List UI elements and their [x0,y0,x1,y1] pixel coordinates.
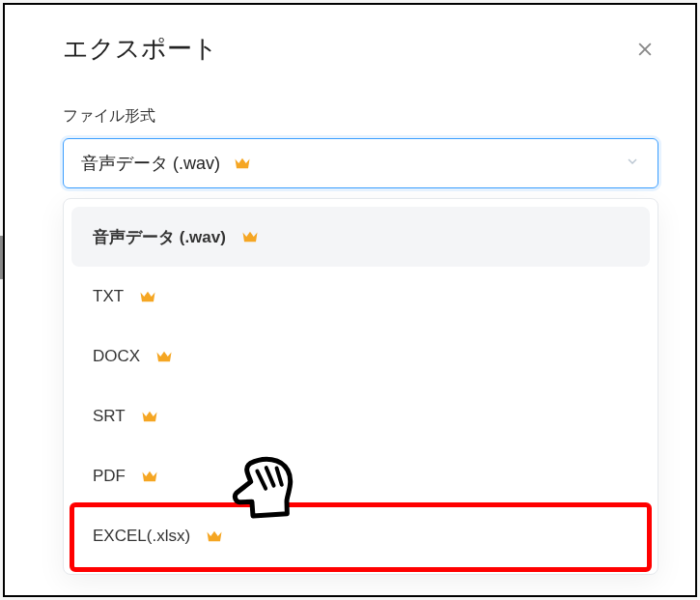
file-format-label: ファイル形式 [63,106,658,127]
export-modal: エクスポート ファイル形式 音声データ (.wav) 音声データ (.wav) [26,5,695,595]
crown-icon [139,290,156,303]
dropdown-option-wav[interactable]: 音声データ (.wav) [71,207,650,267]
option-label: EXCEL(.xlsx) [93,527,190,546]
crown-icon [141,470,158,483]
crown-icon [241,230,259,243]
cursor-annotation [221,442,314,534]
select-value: 音声データ (.wav) [81,152,220,175]
dropdown-option-txt[interactable]: TXT [71,267,650,327]
close-button[interactable] [631,36,658,63]
crown-icon [155,350,173,363]
modal-header: エクスポート [63,32,658,66]
modal-title: エクスポート [63,32,218,66]
crown-icon [141,410,158,423]
option-label: TXT [93,287,124,306]
file-format-dropdown: 音声データ (.wav) TXT DOCX SRT PDF EXCEL(.xls [63,198,658,575]
option-label: DOCX [93,347,140,366]
dropdown-option-excel[interactable]: EXCEL(.xlsx) [71,506,650,566]
crown-icon [234,157,251,170]
chevron-down-icon [625,154,640,173]
option-label: PDF [93,467,126,486]
file-format-select[interactable]: 音声データ (.wav) [63,138,658,188]
option-label: SRT [93,407,126,426]
dropdown-option-srt[interactable]: SRT [71,386,650,446]
option-label: 音声データ (.wav) [93,226,226,248]
dropdown-option-pdf[interactable]: PDF [71,446,650,506]
close-icon [635,40,655,59]
dropdown-option-docx[interactable]: DOCX [71,327,650,386]
screenshot-frame: エクスポート ファイル形式 音声データ (.wav) 音声データ (.wav) [3,3,697,597]
